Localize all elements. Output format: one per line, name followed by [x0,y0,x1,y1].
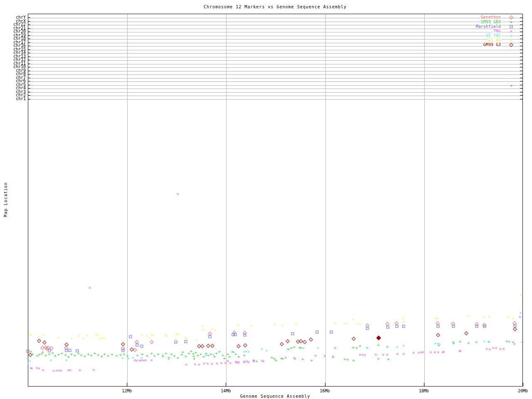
x-axis-title: Genome Sequence Assembly [240,394,310,399]
right-tick [520,88,522,89]
chromosome-gridline [28,43,522,43]
cross-marker-icon: × [79,368,81,372]
plus-marker-icon: + [215,351,218,356]
star-marker-icon: ✳ [57,335,60,340]
star-marker-icon: ✳ [70,337,73,341]
square-marker-icon [69,349,71,352]
plus-marker-icon: + [181,350,184,355]
cross-marker-icon: × [92,367,95,372]
left-tick [28,21,30,22]
square-marker-icon [510,25,513,28]
star-marker-icon: ✳ [195,338,197,342]
star-marker-icon: ✳ [467,314,470,318]
plot-area [28,14,523,387]
plus-marker-icon: + [199,352,202,357]
cross-marker-icon: × [332,354,335,359]
triangle-marker-icon: ▲ [453,342,455,345]
cross-marker-icon: × [386,352,389,357]
cross-marker-icon: × [194,362,197,367]
legend-label-wi-rh: WI RH [488,38,502,42]
bottom-tick [424,383,424,386]
triangle-marker-icon: ▲ [27,362,29,365]
star-marker-icon: ✳ [281,323,283,328]
square-marker-icon [48,350,51,352]
plus-marker-icon: + [237,355,240,359]
triangle-marker-icon: ▲ [141,356,143,359]
left-tick [28,64,30,64]
left-tick [28,53,30,53]
plus-marker-icon: + [521,340,524,345]
right-tick [520,57,522,57]
triangle-marker-icon: ▲ [245,350,247,353]
cross-marker-icon: × [52,369,55,373]
square-marker-icon [452,325,455,328]
cross-marker-icon: × [38,366,41,371]
square-marker-icon [129,335,132,338]
cross-marker-icon: × [59,368,62,373]
triangle-marker-icon: ▲ [483,340,485,343]
plus-marker-icon: + [196,353,199,358]
x-tick-label: 12Mb [122,389,132,393]
chromosome-gridline [28,71,522,71]
triangle-marker-icon: ▲ [510,34,512,37]
square-marker-icon [330,331,333,334]
triangle-marker-icon: ▲ [261,347,263,350]
cross-marker-icon: × [216,361,219,366]
left-tick [28,92,30,92]
plus-marker-icon: + [243,353,246,358]
plus-marker-icon: + [310,358,313,363]
bottom-tick [325,383,325,386]
plus-marker-icon: + [177,356,180,360]
plus-marker-icon: + [352,358,355,363]
cross-marker-icon: × [89,286,91,290]
square-marker-icon [136,344,139,347]
star-marker-icon: ✳ [356,321,358,325]
triangle-marker-icon: ▲ [520,311,521,314]
plus-marker-icon: + [458,340,461,344]
plus-marker-icon: + [44,353,47,358]
star-marker-icon: ✳ [250,324,253,328]
triangle-marker-icon: ▲ [488,340,490,343]
cross-marker-icon: × [262,359,265,364]
cross-marker-icon: × [485,347,488,351]
square-marker-icon [366,327,369,330]
cross-marker-icon: × [513,342,516,346]
plus-marker-icon: + [234,352,237,357]
star-marker-icon: ✳ [177,332,180,337]
chromosome-gridline [28,99,522,100]
x-tick-label: 16Mb [320,389,330,393]
cross-marker-icon: × [220,361,223,365]
square-marker-icon [402,325,405,328]
plus-marker-icon: + [150,351,153,356]
left-tick [28,39,30,39]
triangle-marker-icon: ▲ [233,351,234,354]
square-marker-icon [76,350,79,352]
cross-marker-icon: × [382,352,385,357]
cross-marker-icon: × [502,347,505,351]
cross-marker-icon: × [402,352,405,356]
right-tick [520,85,522,85]
square-marker-icon [209,335,212,338]
mb-gridline [127,14,128,386]
square-marker-icon [291,332,294,335]
left-tick [28,49,30,50]
square-marker-icon [121,349,124,352]
left-tick [28,57,30,57]
x-tick-label: 18Mb [419,389,429,393]
left-tick [28,71,30,71]
cross-marker-icon: × [206,361,209,366]
star-marker-icon: ✳ [512,316,514,320]
square-marker-icon [140,345,143,348]
star-marker-icon: ✳ [42,332,45,337]
chromosome-gridline [28,25,522,25]
plus-marker-icon: + [387,357,390,362]
mb-gridline [325,14,326,386]
plus-marker-icon: + [359,344,362,348]
mb-gridline [424,14,425,386]
square-marker-icon [234,333,237,336]
cross-marker-icon: × [429,350,432,355]
cross-marker-icon: × [30,366,33,371]
right-tick [520,92,522,92]
cross-marker-icon: × [442,350,445,354]
triangle-marker-icon: ▲ [439,342,441,345]
